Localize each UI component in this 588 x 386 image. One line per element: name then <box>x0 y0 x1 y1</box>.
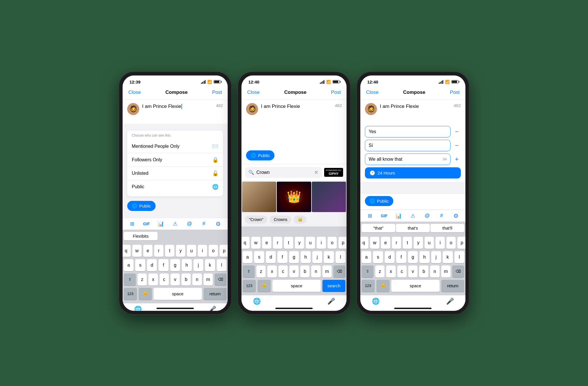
key-t-2[interactable]: t <box>284 237 293 249</box>
gif-search-input[interactable]: 🔍 Crown ✕ <box>245 167 322 178</box>
close-button-3[interactable]: Close <box>366 90 378 95</box>
key-shift-2[interactable]: ⇧ <box>243 265 255 278</box>
mic-bottom-icon[interactable]: 🎤 <box>208 306 216 311</box>
suggestion-3-3[interactable]: that'll <box>430 224 464 232</box>
key-q-2[interactable]: q <box>241 237 249 249</box>
poll-add-btn[interactable]: + <box>453 155 461 163</box>
gif-item-1[interactable] <box>242 182 276 212</box>
key-c[interactable]: c <box>160 274 169 286</box>
settings-icon-3[interactable]: ⚙ <box>451 212 461 219</box>
poll-duration[interactable]: 🕐 24 Hours <box>365 167 461 179</box>
key-u[interactable]: u <box>187 245 196 257</box>
key-b-3[interactable]: b <box>419 265 428 278</box>
suggestion-1[interactable]: Flexibits <box>124 232 158 240</box>
key-g-2[interactable]: g <box>289 251 299 263</box>
key-i-3[interactable]: i <box>436 237 445 249</box>
key-k-3[interactable]: k <box>443 251 452 263</box>
post-button-2[interactable]: Post <box>331 90 341 95</box>
key-m[interactable]: m <box>204 274 213 286</box>
public-button-2[interactable]: 🌐 Public <box>246 150 274 160</box>
audience-option-mentioned[interactable]: Mentioned People Only ✉️ <box>127 140 223 153</box>
compose-text-area-3[interactable]: I am Prince Flexie 482 <box>380 103 461 120</box>
key-b[interactable]: b <box>181 274 191 286</box>
settings-icon[interactable]: ⚙ <box>213 220 223 227</box>
gif-suggest-crown-quoted[interactable]: "Crown" <box>245 216 267 224</box>
key-s[interactable]: s <box>135 259 145 271</box>
key-d[interactable]: d <box>147 259 157 271</box>
key-m-2[interactable]: m <box>322 265 332 278</box>
key-n-2[interactable]: n <box>311 265 320 278</box>
key-i[interactable]: i <box>198 245 207 257</box>
key-shift[interactable]: ⇧ <box>124 274 136 286</box>
key-e-3[interactable]: e <box>381 237 390 249</box>
key-z-2[interactable]: z <box>256 265 266 278</box>
key-d-3[interactable]: d <box>385 251 394 263</box>
suggestion-3-2[interactable]: that's <box>396 224 430 232</box>
key-h-3[interactable]: h <box>419 251 429 263</box>
key-123-2[interactable]: 123 <box>243 280 256 292</box>
key-r[interactable]: r <box>154 245 163 257</box>
image-icon-3[interactable]: ⊞ <box>365 213 375 219</box>
key-k-2[interactable]: k <box>324 251 334 263</box>
warning-icon-3[interactable]: ⚠ <box>408 213 418 219</box>
key-q-3[interactable]: q <box>360 237 368 249</box>
key-v-3[interactable]: v <box>408 265 417 278</box>
key-n-3[interactable]: n <box>430 265 439 278</box>
key-y[interactable]: y <box>176 245 185 257</box>
warning-icon[interactable]: ⚠ <box>170 221 180 227</box>
key-a-3[interactable]: a <box>361 251 371 263</box>
key-x-3[interactable]: x <box>386 265 395 278</box>
key-e-2[interactable]: e <box>262 237 271 249</box>
compose-input-3[interactable]: I am Prince Flexie <box>380 103 461 110</box>
key-x-2[interactable]: x <box>267 265 276 278</box>
public-button-3[interactable]: 🌐 Public <box>365 196 393 206</box>
key-i-2[interactable]: i <box>317 237 326 249</box>
key-b-2[interactable]: b <box>300 265 310 278</box>
key-h[interactable]: h <box>182 259 192 271</box>
key-e[interactable]: e <box>143 245 152 257</box>
gif-suggest-crowns[interactable]: Crowns <box>270 216 291 224</box>
compose-input-1[interactable]: I am Prince Flexie <box>142 103 223 110</box>
key-p[interactable]: p <box>220 245 228 257</box>
key-q[interactable]: q <box>123 245 131 257</box>
key-space-2[interactable]: space <box>272 280 321 292</box>
audience-option-followers[interactable]: Followers Only 🔒 <box>127 153 223 167</box>
key-delete-3[interactable]: ⌫ <box>452 265 464 278</box>
key-delete-2[interactable]: ⌫ <box>333 265 345 278</box>
key-v[interactable]: v <box>171 274 180 286</box>
key-r-3[interactable]: r <box>392 237 401 249</box>
key-f-3[interactable]: f <box>396 251 406 263</box>
key-n[interactable]: n <box>192 274 202 286</box>
key-emoji-2[interactable]: 😊 <box>258 280 271 292</box>
gif-item-2[interactable]: 👑 <box>277 182 311 212</box>
key-search[interactable]: search <box>322 280 345 292</box>
gif-icon[interactable]: GIF <box>142 222 151 226</box>
key-c-2[interactable]: c <box>278 265 288 278</box>
key-j-2[interactable]: j <box>312 251 322 263</box>
key-v-2[interactable]: v <box>289 265 299 278</box>
close-button-1[interactable]: Close <box>128 90 141 95</box>
key-emoji-3[interactable]: 😊 <box>376 280 390 292</box>
key-x[interactable]: x <box>148 274 158 286</box>
key-t[interactable]: t <box>165 245 174 257</box>
key-k[interactable]: k <box>205 259 215 271</box>
key-y-2[interactable]: y <box>295 237 304 249</box>
globe-bottom-icon-2[interactable]: 🌐 <box>253 298 261 305</box>
key-l[interactable]: l <box>217 259 227 271</box>
hashtag-icon-3[interactable]: # <box>437 213 446 219</box>
gif-icon-3[interactable]: GIF <box>379 214 389 218</box>
key-o-2[interactable]: o <box>328 237 337 249</box>
public-button-1[interactable]: 🌐 Public <box>127 201 156 211</box>
key-return-3[interactable]: return <box>441 280 464 292</box>
mention-icon-3[interactable]: @ <box>422 213 432 219</box>
key-p-3[interactable]: p <box>457 237 465 249</box>
key-l-3[interactable]: l <box>454 251 464 263</box>
key-g[interactable]: g <box>170 259 180 271</box>
key-s-2[interactable]: s <box>254 251 264 263</box>
key-space-3[interactable]: space <box>391 280 440 292</box>
poll-remove-btn-1[interactable]: − <box>453 128 461 136</box>
key-u-2[interactable]: u <box>306 237 315 249</box>
mic-bottom-icon-2[interactable]: 🎤 <box>327 298 335 305</box>
key-d-2[interactable]: d <box>266 251 276 263</box>
key-z[interactable]: z <box>138 274 147 286</box>
